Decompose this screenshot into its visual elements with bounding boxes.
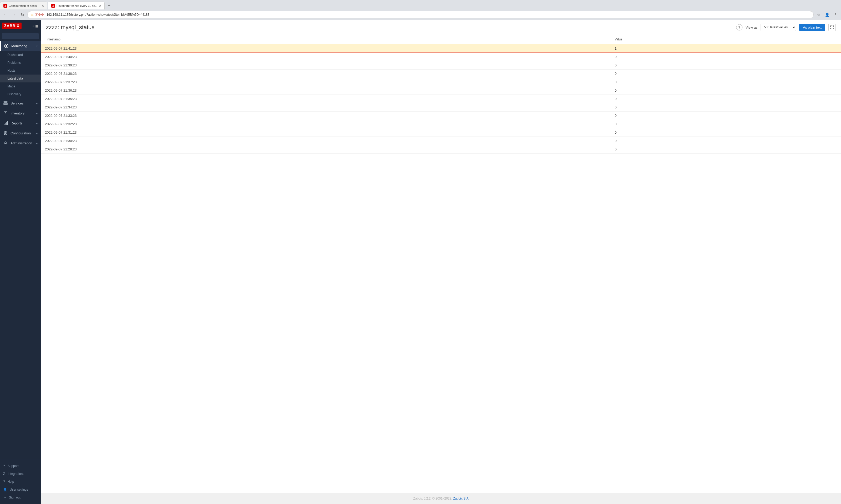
nav-section-monitoring: Monitoring ▾ Dashboard Problems Hosts La… [0,41,41,98]
integrations-icon: Z [3,472,5,476]
user-settings-icon: 👤 [3,488,7,491]
discovery-label: Discovery [7,92,21,96]
user-settings-label: User settings [10,488,28,491]
new-tab-button[interactable]: + [105,2,113,10]
tab-history[interactable]: Z History [refreshed every 30 se... × [48,2,105,10]
cell-timestamp: 2022-09-07 21:37:23 [41,78,611,86]
inventory-arrow-icon: ▸ [36,112,38,115]
sidebar-item-services[interactable]: Services ▸ [0,98,41,108]
cell-timestamp: 2022-09-07 21:35:23 [41,95,611,103]
help-button[interactable]: ? [736,24,742,31]
sidebar-item-monitoring-label: Monitoring [11,44,34,48]
table-body: 2022-09-07 21:41:2312022-09-07 21:40:230… [41,44,841,154]
footer-support[interactable]: ? Support [0,462,41,470]
sidebar-search-input[interactable] [2,33,39,39]
view-as-label: View as [745,25,757,30]
tab-close-2[interactable]: × [99,4,101,8]
svg-rect-4 [4,104,7,105]
col-header-timestamp: Timestamp [41,35,611,44]
reload-button[interactable]: ↻ [19,11,26,18]
sidebar-logo: ZABBIX « ▣ [0,20,41,32]
sidebar-item-reports[interactable]: Reports ▸ [0,118,41,128]
footer-sign-out[interactable]: → Sign out [0,493,41,501]
footer-integrations[interactable]: Z Integrations [0,470,41,478]
footer-link[interactable]: Zabbix SIA [453,497,468,500]
cell-timestamp: 2022-09-07 21:39:23 [41,61,611,70]
svg-point-1 [5,45,7,47]
table-row: 2022-09-07 21:38:230 [41,70,841,78]
sidebar-item-services-label: Services [11,101,34,105]
cell-value: 0 [611,61,841,70]
sidebar-item-dashboard[interactable]: Dashboard [0,51,41,59]
tab-config[interactable]: Z Configuration of hosts × [0,2,47,10]
support-label: Support [7,464,19,468]
services-icon [3,101,8,106]
tab-title-2: History [refreshed every 30 se... [56,4,98,7]
reports-arrow-icon: ▸ [36,122,38,125]
fullscreen-button[interactable] [828,24,836,31]
sidebar-item-inventory[interactable]: Inventory ▸ [0,108,41,118]
data-table: Timestamp Value 2022-09-07 21:41:2312022… [41,35,841,154]
cell-value: 0 [611,111,841,120]
inventory-icon [3,111,8,115]
url-text: 192.168.111.135/history.php?action=showl… [47,13,810,17]
sidebar-search[interactable] [0,32,41,41]
sidebar-item-problems[interactable]: Problems [0,59,41,67]
sidebar-item-latest-data[interactable]: Latest data [0,75,41,83]
footer-help[interactable]: ? Help [0,478,41,486]
cell-value: 0 [611,120,841,128]
bookmark-button[interactable]: ☆ [815,11,822,18]
administration-arrow-icon: ▸ [36,142,38,145]
cell-timestamp: 2022-09-07 21:38:23 [41,70,611,78]
security-warning-icon: ⚠ [31,13,34,17]
sidebar-collapse-button[interactable]: « ▣ [32,24,39,28]
cell-value: 0 [611,128,841,137]
extensions-button[interactable]: ⋮ [832,11,839,18]
tab-favicon-1: Z [3,4,7,7]
monitoring-icon [4,43,9,48]
table-header-row: Timestamp Value [41,35,841,44]
footer-user-settings[interactable]: 👤 User settings [0,486,41,493]
sidebar-item-inventory-label: Inventory [11,111,34,115]
sidebar-footer: ? Support Z Integrations ? Help 👤 User s… [0,459,41,504]
hosts-label: Hosts [7,69,16,72]
sidebar-item-monitoring[interactable]: Monitoring ▾ [0,41,41,51]
problems-label: Problems [7,61,21,65]
page-title: zzzz: mysql_status [46,24,95,31]
support-icon: ? [3,464,5,468]
back-button[interactable]: ← [2,11,9,18]
address-bar[interactable]: ⚠ 不安全 192.168.111.135/history.php?action… [27,11,814,18]
sidebar-item-maps[interactable]: Maps [0,83,41,90]
cell-timestamp: 2022-09-07 21:40:23 [41,53,611,61]
cell-timestamp: 2022-09-07 21:36:23 [41,86,611,95]
sidebar-item-hosts[interactable]: Hosts [0,67,41,75]
table-row: 2022-09-07 21:41:231 [41,44,841,53]
tab-title-1: Configuration of hosts [9,4,40,7]
cell-timestamp: 2022-09-07 21:32:23 [41,120,611,128]
sidebar-item-reports-label: Reports [11,121,34,125]
profile-button[interactable]: 👤 [824,11,830,18]
btn-plain-text[interactable]: As plain text [799,24,825,31]
sidebar: ZABBIX « ▣ Monitoring ▾ Dashboard [0,20,41,504]
cell-value: 0 [611,70,841,78]
configuration-icon [3,131,8,136]
cell-value: 0 [611,78,841,86]
view-as-select[interactable]: 500 latest values 100 latest values 1000… [760,24,796,31]
page-header: zzzz: mysql_status ? View as 500 latest … [41,20,841,35]
integrations-label: Integrations [7,472,24,476]
cell-value: 0 [611,53,841,61]
svg-rect-10 [5,123,5,125]
monitoring-arrow-icon: ▾ [36,44,38,48]
sidebar-item-administration[interactable]: Administration ▸ [0,138,41,148]
browser-chrome: Z Configuration of hosts × Z History [re… [0,0,841,20]
tab-close-1[interactable]: × [42,4,44,8]
page-header-actions: ? View as 500 latest values 100 latest v… [736,24,836,31]
footer-text: Zabbix 6.2.2. © 2001–2022. [413,497,452,500]
col-header-value: Value [611,35,841,44]
table-header: Timestamp Value [41,35,841,44]
sidebar-item-configuration[interactable]: Configuration ▸ [0,128,41,138]
forward-button[interactable]: → [11,11,17,18]
sidebar-nav: Monitoring ▾ Dashboard Problems Hosts La… [0,41,41,459]
sidebar-item-discovery[interactable]: Discovery [0,90,41,98]
svg-rect-9 [4,124,4,125]
